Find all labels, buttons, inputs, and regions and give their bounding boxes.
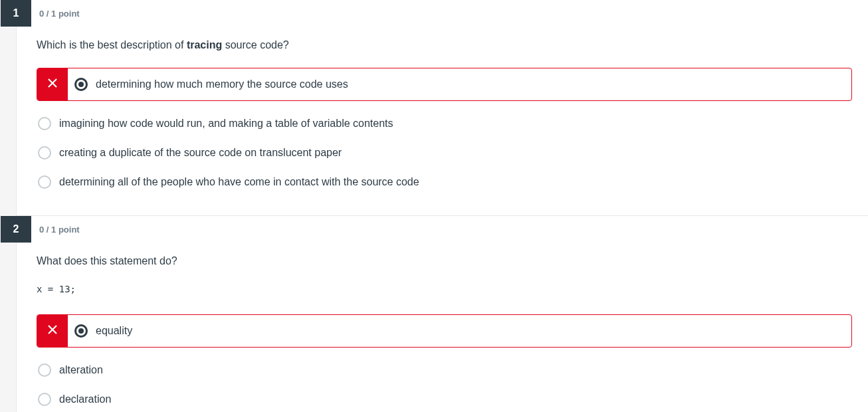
question-prompt: Which is the best description of tracing… (37, 37, 852, 53)
radio-selected (74, 78, 88, 91)
quiz-container: 1 0 / 1 point Which is the best descript… (16, 0, 868, 412)
question-block: 1 0 / 1 point Which is the best descript… (17, 0, 868, 216)
answer-text: creating a duplicate of the source code … (59, 147, 342, 159)
question-points: 0 / 1 point (39, 225, 80, 235)
incorrect-badge (37, 68, 68, 100)
radio-unselected (38, 146, 51, 159)
question-header: 1 0 / 1 point (17, 0, 868, 27)
answer-text: imagining how code would run, and making… (59, 118, 393, 130)
close-icon (48, 325, 57, 337)
code-snippet: x = 13; (37, 284, 852, 294)
close-icon (48, 78, 57, 90)
radio-unselected (38, 117, 51, 130)
question-body: What does this statement do? x = 13; equ… (17, 243, 868, 412)
prompt-text: source code? (222, 39, 289, 51)
answer-text: determining all of the people who have c… (59, 176, 419, 188)
question-prompt: What does this statement do? (37, 253, 852, 269)
answer-option[interactable]: creating a duplicate of the source code … (37, 142, 852, 163)
incorrect-badge (37, 315, 68, 347)
question-header: 2 0 / 1 point (17, 216, 868, 243)
prompt-text: What does this statement do? (37, 255, 177, 266)
answer-selected-incorrect[interactable]: equality (37, 314, 852, 348)
radio-unselected (38, 363, 51, 377)
radio-unselected (38, 175, 51, 189)
answer-text: equality (96, 325, 132, 337)
question-block: 2 0 / 1 point What does this statement d… (17, 216, 868, 412)
question-number: 2 (1, 216, 31, 243)
prompt-text: Which is the best description of (37, 39, 187, 51)
question-number: 1 (1, 0, 31, 27)
answer-option[interactable]: imagining how code would run, and making… (37, 113, 852, 134)
answer-text: alteration (59, 364, 103, 376)
answer-text: declaration (59, 393, 111, 405)
answer-option[interactable]: alteration (37, 360, 852, 381)
question-body: Which is the best description of tracing… (17, 27, 868, 193)
answer-option[interactable]: declaration (37, 389, 852, 410)
radio-selected (74, 324, 88, 338)
prompt-bold: tracing (187, 39, 222, 51)
question-points: 0 / 1 point (39, 9, 80, 19)
answer-selected-incorrect[interactable]: determining how much memory the source c… (37, 68, 852, 101)
answer-text: determining how much memory the source c… (96, 78, 348, 90)
radio-unselected (38, 393, 51, 406)
answer-option[interactable]: determining all of the people who have c… (37, 171, 852, 193)
